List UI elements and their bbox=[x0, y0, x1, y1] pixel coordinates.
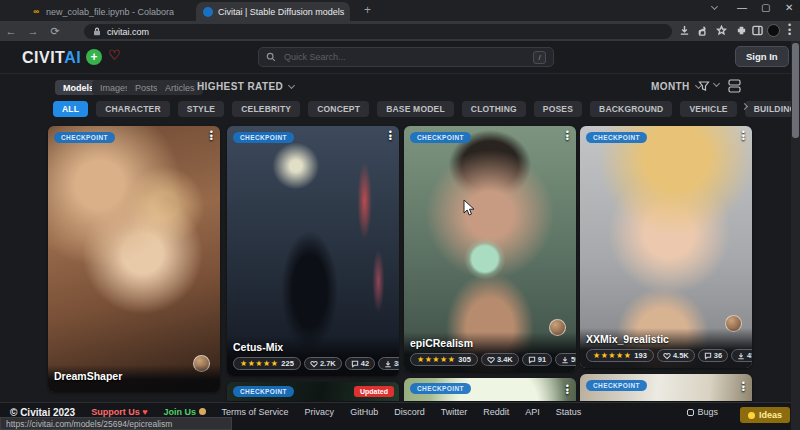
footer-link-privacy[interactable]: Privacy bbox=[305, 407, 335, 417]
chip-all[interactable]: ALL bbox=[53, 101, 88, 117]
downloads-pill[interactable]: 38K bbox=[378, 357, 399, 370]
category-chips: ALL CHARACTER STYLE CELEBRITY CONCEPT BA… bbox=[53, 101, 800, 119]
side-panel-icon[interactable] bbox=[752, 25, 763, 36]
sort-dropdown[interactable]: HIGHEST RATED bbox=[197, 81, 294, 92]
rating-count: 193 bbox=[634, 351, 647, 360]
card-overlay: DreamShaper bbox=[48, 365, 220, 392]
lock-icon bbox=[93, 27, 101, 36]
ideas-button[interactable]: Ideas bbox=[740, 407, 790, 423]
window-close-button[interactable]: ✕ bbox=[785, 3, 793, 13]
chip-vehicle[interactable]: VEHICLE bbox=[680, 101, 736, 117]
tab-close-icon[interactable]: ✕ bbox=[349, 7, 350, 17]
period-dropdown[interactable]: MONTH bbox=[651, 81, 701, 92]
comment-icon bbox=[528, 356, 536, 364]
url-bar[interactable]: civitai.com bbox=[84, 24, 672, 39]
share-icon[interactable] bbox=[698, 25, 709, 36]
download-icon bbox=[384, 360, 392, 368]
browser-tab-colab[interactable]: ∞ new_colab_file.ipynb - Colabora ✕ bbox=[24, 2, 174, 21]
card-title: DreamShaper bbox=[54, 370, 214, 382]
footer-link-terms[interactable]: Terms of Service bbox=[222, 407, 289, 417]
footer-link-support[interactable]: Support Us ♥ bbox=[91, 407, 147, 417]
card-title: XXMix_9realistic bbox=[586, 333, 746, 345]
likes-pill[interactable]: 4.5K bbox=[657, 349, 695, 362]
likes-pill[interactable]: 2.7K bbox=[304, 357, 342, 370]
comments-pill[interactable]: 42 bbox=[345, 357, 375, 370]
model-card-partial[interactable]: CHECKPOINT Updated bbox=[227, 382, 399, 401]
filter-chevron-icon[interactable] bbox=[713, 80, 720, 87]
chip-clothing[interactable]: CLOTHING bbox=[462, 101, 526, 117]
downloads-pill[interactable]: 45K bbox=[731, 349, 752, 362]
card-menu-dots-icon[interactable]: ••• bbox=[566, 385, 569, 396]
minimize-button[interactable]: — bbox=[737, 3, 747, 13]
period-label: MONTH bbox=[651, 81, 690, 92]
chip-character[interactable]: CHARACTER bbox=[96, 101, 170, 117]
civitai-logo[interactable]: CIVITAI bbox=[22, 48, 81, 67]
footer-link-join[interactable]: Join Us bbox=[164, 407, 206, 417]
new-tab-button[interactable]: + bbox=[364, 3, 371, 17]
comments-pill[interactable]: 91 bbox=[522, 353, 552, 366]
browser-menu-dots-icon[interactable]: ••• bbox=[788, 23, 791, 37]
footer-link-reddit[interactable]: Reddit bbox=[483, 407, 509, 417]
sign-in-button[interactable]: Sign In bbox=[735, 46, 789, 67]
civitai-favicon bbox=[203, 7, 213, 17]
scrollbar-thumb[interactable] bbox=[792, 43, 799, 138]
rating-pill[interactable]: ★★★★★225 bbox=[233, 357, 301, 370]
model-card-partial[interactable]: CHECKPOINT ••• bbox=[580, 374, 752, 401]
card-menu-dots-icon[interactable]: ••• bbox=[742, 382, 745, 393]
footer-link-twitter[interactable]: Twitter bbox=[441, 407, 468, 417]
downloads-pill[interactable]: 59K bbox=[555, 353, 576, 366]
favorites-heart-icon[interactable]: ♡ bbox=[108, 47, 121, 63]
layout-toggle-icon[interactable] bbox=[728, 79, 741, 93]
chip-style[interactable]: STYLE bbox=[178, 101, 224, 117]
rating-count: 225 bbox=[281, 359, 294, 368]
checkpoint-badge: CHECKPOINT bbox=[586, 380, 647, 391]
likes-pill[interactable]: 3.4K bbox=[481, 353, 519, 366]
create-plus-button[interactable]: + bbox=[86, 49, 102, 65]
tab-title: new_colab_file.ipynb - Colabora bbox=[46, 7, 174, 17]
browser-tab-civitai[interactable]: Civitai | Stable Diffusion models ✕ bbox=[196, 2, 350, 21]
back-icon[interactable]: ← bbox=[0, 25, 22, 37]
reload-icon[interactable]: ⟳ bbox=[44, 25, 66, 38]
chip-base-model[interactable]: BASE MODEL bbox=[377, 101, 454, 117]
filter-funnel-icon[interactable] bbox=[698, 80, 710, 92]
comments-pill[interactable]: 36 bbox=[698, 349, 728, 362]
card-menu-dots-icon[interactable]: ••• bbox=[742, 131, 745, 142]
tab-articles[interactable]: Articles bbox=[157, 80, 203, 95]
search-input[interactable] bbox=[282, 51, 527, 63]
card-title: epiCRealism bbox=[410, 337, 570, 349]
checkpoint-badge: CHECKPOINT bbox=[233, 132, 294, 143]
footer-link-discord[interactable]: Discord bbox=[394, 407, 425, 417]
chip-background[interactable]: BACKGROUND bbox=[590, 101, 672, 117]
chip-celebrity[interactable]: CELEBRITY bbox=[232, 101, 300, 117]
card-overlay: XXMix_9realistic ★★★★★193 4.5K 36 45K bbox=[580, 328, 752, 368]
chip-poses[interactable]: POSES bbox=[534, 101, 582, 117]
checkpoint-badge: CHECKPOINT bbox=[54, 132, 115, 143]
bugs-button[interactable]: Bugs bbox=[687, 407, 718, 417]
extensions-icon[interactable] bbox=[736, 25, 747, 36]
card-title: Cetus-Mix bbox=[233, 341, 393, 353]
mouse-cursor bbox=[462, 199, 476, 217]
rating-pill[interactable]: ★★★★★305 bbox=[410, 353, 478, 366]
tab-search-chevron-icon[interactable] bbox=[711, 3, 718, 10]
bookmark-star-icon[interactable] bbox=[716, 25, 727, 36]
model-card-partial[interactable]: CHECKPOINT ••• bbox=[404, 378, 576, 401]
footer-link-github[interactable]: GitHub bbox=[350, 407, 378, 417]
card-menu-dots-icon[interactable]: ••• bbox=[210, 131, 213, 142]
quick-search[interactable]: / bbox=[258, 47, 554, 67]
download-page-icon[interactable] bbox=[679, 25, 690, 36]
model-card-dreamshaper[interactable]: CHECKPOINT ••• DreamShaper bbox=[48, 126, 220, 392]
chevron-down-icon bbox=[288, 81, 295, 88]
tab-title: Civitai | Stable Diffusion models bbox=[218, 7, 344, 17]
model-card-epicrealism[interactable]: CHECKPOINT ••• epiCRealism ★★★★★305 3.4K… bbox=[404, 126, 576, 372]
forward-icon[interactable]: → bbox=[22, 25, 44, 37]
card-menu-dots-icon[interactable]: ••• bbox=[389, 131, 392, 142]
card-menu-dots-icon[interactable]: ••• bbox=[566, 131, 569, 142]
footer-link-status[interactable]: Status bbox=[556, 407, 582, 417]
footer-link-api[interactable]: API bbox=[525, 407, 540, 417]
maximize-button[interactable]: ▢ bbox=[761, 3, 770, 13]
chip-concept[interactable]: CONCEPT bbox=[308, 101, 369, 117]
model-card-xxmix9realistic[interactable]: CHECKPOINT ••• XXMix_9realistic ★★★★★193… bbox=[580, 126, 752, 368]
profile-avatar[interactable] bbox=[767, 24, 780, 37]
model-card-cetus-mix[interactable]: CHECKPOINT ••• Cetus-Mix ★★★★★225 2.7K 4… bbox=[227, 126, 399, 376]
rating-pill[interactable]: ★★★★★193 bbox=[586, 349, 654, 362]
